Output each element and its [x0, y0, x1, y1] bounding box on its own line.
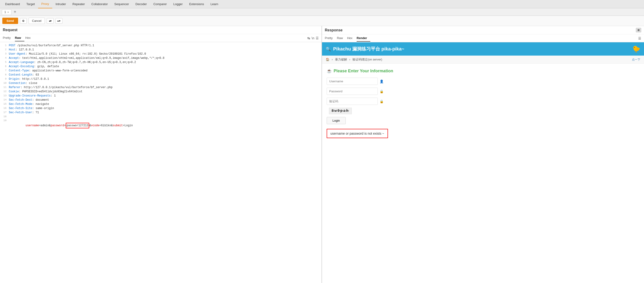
prev-button[interactable]: ◂▾ [47, 18, 54, 24]
nav-repeater[interactable]: Repeater [69, 0, 88, 8]
tab-bar: 1 × + [0, 8, 644, 16]
nav-target[interactable]: Target [23, 0, 38, 8]
login-button[interactable]: Login [327, 117, 346, 124]
add-tab-button[interactable]: + [12, 10, 18, 15]
send-button[interactable]: Send [2, 18, 18, 24]
request-line: 8Content-Length: 63 [0, 73, 322, 77]
tab-close-icon[interactable]: × [8, 11, 9, 14]
breadcrumb-right-link[interactable]: 点一下 [632, 58, 640, 62]
response-header-icons: ⊞ [636, 28, 641, 32]
tab-hex[interactable]: Hex [25, 35, 34, 41]
captcha-field: 🔒 [327, 98, 639, 105]
tab-number: 1 [4, 11, 6, 14]
form-title: ☕ Please Enter Your Information [327, 68, 639, 74]
wrap-icon[interactable]: ↹ [307, 36, 310, 40]
request-body-line: 19 username=admin&password=passwor127213… [0, 119, 322, 133]
request-line: 15Sec-Fetch-Mode: navigate [0, 102, 322, 106]
nav-extensions[interactable]: Extensions [186, 0, 207, 8]
error-message-box: username or password is not exists ~ [327, 129, 388, 138]
tab-raw[interactable]: Raw [15, 35, 24, 41]
request-line: 5Accept-Language: zh-CN,zh;q=0.8,zh-TW;q… [0, 60, 322, 64]
request-icons: ↹ \n ☰ [307, 36, 319, 40]
response-tab-pretty[interactable]: Pretty [325, 35, 336, 42]
cancel-button[interactable]: Cancel [28, 18, 45, 24]
nav-intruder[interactable]: Intruder [52, 0, 69, 8]
request-line: 3User-Agent: Mozilla/5.0 (X11; Linux x86… [0, 52, 322, 56]
nav-proxy[interactable]: Proxy [38, 0, 52, 8]
request-line: 14Sec-Fetch-Dest: document [0, 98, 322, 102]
request-line: 18 [0, 115, 322, 119]
username-field: 👤 [327, 78, 639, 85]
nav-logger[interactable]: Logger [170, 0, 186, 8]
settings-button[interactable]: ⚙ [20, 18, 27, 24]
response-panel: Response ⊞ Pretty Raw Hex Render ☰ 🔍 Pik… [322, 26, 644, 283]
main-layout: Request Pretty Raw Hex ↹ \n ☰ 1POST /pik… [0, 26, 644, 283]
request-tab-strip: Pretty Raw Hex ↹ \n ☰ [0, 34, 322, 42]
pikachu-breadcrumb: 🏠 › 暴力破解 › 验证码绕过(on server) 点一下 [322, 56, 644, 64]
response-title: Response [325, 28, 342, 32]
next-button[interactable]: ▸▾ [56, 18, 62, 24]
pikachu-logo: 🐤 [632, 45, 640, 53]
captcha-image-area: 8w9pah [327, 108, 639, 114]
captcha-image: 8w9pah [329, 108, 352, 114]
menu-icon[interactable]: ☰ [316, 36, 319, 40]
response-tab-raw[interactable]: Raw [337, 35, 346, 42]
split-view-button[interactable]: ⊞ [636, 28, 641, 32]
request-tab-1[interactable]: 1 × [2, 9, 12, 15]
username-input[interactable] [327, 78, 378, 85]
request-line: 6Accept-Encoding: gzip, deflate [0, 64, 322, 69]
user-icon: 👤 [380, 80, 384, 83]
response-tab-hex[interactable]: Hex [347, 35, 356, 42]
captcha-input[interactable] [327, 98, 378, 105]
top-navigation: Dashboard Target Proxy Intruder Repeater… [0, 0, 644, 8]
nav-dashboard[interactable]: Dashboard [2, 0, 23, 8]
request-line: 16Sec-Fetch-Site: same-origin [0, 106, 322, 110]
nav-collaborator[interactable]: Collaborator [88, 0, 111, 8]
toolbar: Send ⚙ Cancel ◂▾ ▸▾ [0, 16, 644, 26]
nav-sequencer[interactable]: Sequencer [111, 0, 132, 8]
coffee-icon: ☕ [327, 68, 332, 74]
request-line: 17Sec-Fetch-User: ?1 [0, 110, 322, 115]
request-panel: Request Pretty Raw Hex ↹ \n ☰ 1POST /pik… [0, 26, 322, 283]
newline-icon[interactable]: \n [312, 36, 314, 40]
breadcrumb-home-icon: 🏠 [326, 58, 330, 61]
nav-comparer[interactable]: Comparer [150, 0, 170, 8]
request-line: 12Cookie: PHPSESSID=ed54tldvjdo93mg2lv64… [0, 90, 322, 94]
response-icons: ☰ [638, 37, 641, 40]
response-render-content: 🔍 Pikachu 漏洞练习平台 pika-pika~ 🐤 🏠 › 暴力破解 ›… [322, 42, 644, 283]
request-line: 7Content-Type: application/x-www-form-ur… [0, 69, 322, 73]
nav-learn[interactable]: Learn [207, 0, 222, 8]
request-line: 9Origin: http://127.0.0.1 [0, 77, 322, 81]
breadcrumb-section-link[interactable]: 暴力破解 [335, 58, 347, 61]
request-content[interactable]: 1POST /pikachu/vul/burteforce/bf_server.… [0, 42, 322, 283]
request-line: 13Upgrade-Insecure-Requests: 1 [0, 94, 322, 98]
request-title: Request [0, 26, 322, 34]
request-line: 1POST /pikachu/vul/burteforce/bf_server.… [0, 44, 322, 48]
password-input[interactable] [327, 88, 378, 95]
pikachu-app-header: 🔍 Pikachu 漏洞练习平台 pika-pika~ 🐤 [322, 42, 644, 56]
error-message-text: username or password is not exists ~ [330, 132, 384, 135]
pikachu-form-area: ☕ Please Enter Your Information 👤 🔒 🔒 [322, 64, 644, 143]
captcha-lock-icon: 🔒 [380, 100, 384, 103]
request-line: 10Connection: close [0, 81, 322, 85]
pikachu-header-title: Pikachu 漏洞练习平台 pika-pika~ [333, 46, 404, 52]
breadcrumb-text: 🏠 › 暴力破解 › 验证码绕过(on server) [326, 58, 382, 62]
password-field: 🔒 [327, 88, 639, 95]
response-menu-icon[interactable]: ☰ [638, 37, 641, 40]
request-line: 4Accept: text/html,application/xhtml+xml… [0, 56, 322, 60]
pikachu-search-icon: 🔍 [326, 47, 331, 52]
request-line: 11Referer: http://127.0.0.1/pikachu/vul/… [0, 85, 322, 90]
response-tab-strip: Pretty Raw Hex Render ☰ [322, 35, 644, 42]
breadcrumb-page: 验证码绕过(on server) [352, 58, 382, 61]
response-tab-render[interactable]: Render [356, 35, 370, 42]
request-line: 2Host: 127.0.0.1 [0, 48, 322, 52]
tab-pretty[interactable]: Pretty [3, 35, 14, 41]
nav-decoder[interactable]: Decoder [132, 0, 150, 8]
lock-icon: 🔒 [380, 90, 384, 93]
